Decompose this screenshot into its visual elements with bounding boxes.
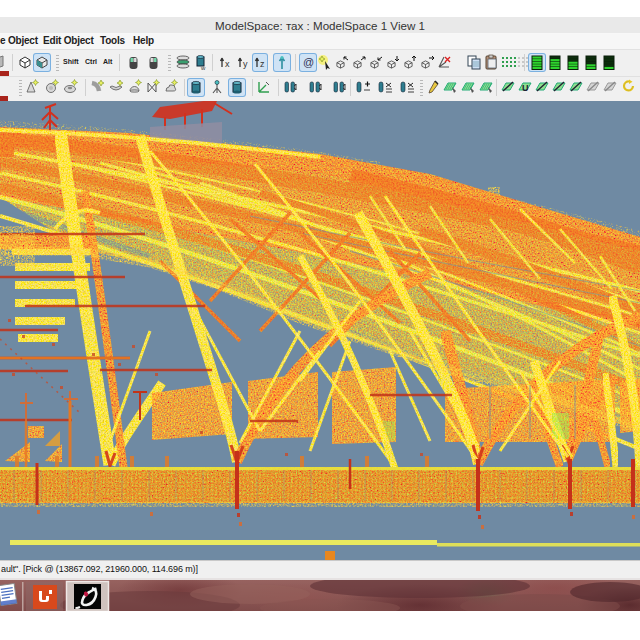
svg-text:y: y [243, 59, 248, 69]
svg-text:w: w [200, 65, 206, 71]
svg-text:@: @ [303, 56, 314, 68]
svg-text:U: U [522, 83, 529, 93]
svg-text:z: z [260, 59, 265, 69]
svg-text:x: x [225, 59, 230, 69]
